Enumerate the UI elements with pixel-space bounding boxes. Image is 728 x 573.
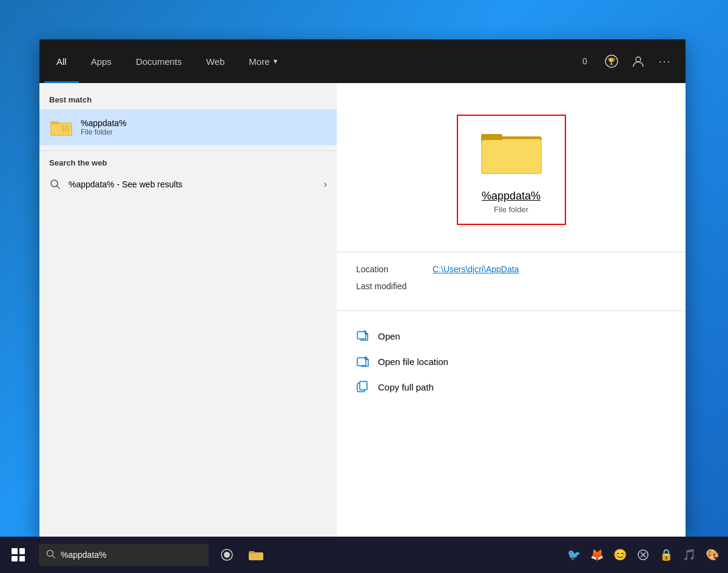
action-open[interactable]: Open	[356, 323, 666, 349]
tray-circle-x-icon[interactable]	[632, 541, 654, 568]
tab-documents[interactable]: Documents	[124, 39, 194, 83]
tray-bird-icon[interactable]: 🐦	[563, 541, 585, 568]
tray-firefox-icon[interactable]: 🦊	[586, 541, 608, 568]
location-value[interactable]: C:\Users\djcri\AppData	[433, 264, 519, 274]
action-open-file-location-label: Open file location	[378, 357, 448, 367]
svg-rect-8	[65, 125, 66, 132]
action-open-file-location[interactable]: Open file location	[356, 349, 666, 374]
tab-apps[interactable]: Apps	[79, 39, 124, 83]
taskbar-search-input[interactable]	[61, 550, 201, 560]
taskbar-center	[214, 541, 269, 568]
best-match-label: Best match	[39, 93, 337, 109]
tab-actions: 0 🏆 ···	[569, 39, 681, 83]
taskbar: 🐦 🦊 😊 🔒 🎵 🎨	[0, 537, 728, 573]
open-file-location-icon	[356, 355, 369, 368]
open-icon	[356, 329, 369, 343]
best-match-title: %appdata%	[81, 118, 127, 128]
location-label: Location	[356, 264, 423, 274]
search-icon	[49, 178, 61, 190]
svg-rect-26	[360, 381, 367, 390]
svg-rect-19	[357, 332, 366, 339]
tray-lock-icon[interactable]: 🔒	[655, 541, 677, 568]
svg-line-28	[53, 555, 55, 558]
web-search-arrow-icon: ›	[324, 179, 327, 190]
tab-web[interactable]: Web	[194, 39, 237, 83]
tray-paint-icon[interactable]: 🎨	[701, 541, 723, 568]
tab-more[interactable]: More ▼	[237, 39, 291, 83]
trophy-icon[interactable]: 🏆	[601, 50, 622, 72]
action-copy-full-path-label: Copy full path	[378, 382, 434, 392]
svg-line-11	[57, 186, 60, 189]
svg-rect-22	[357, 358, 366, 366]
tray-music-icon[interactable]: 🎵	[678, 541, 700, 568]
svg-rect-9	[67, 125, 69, 132]
ellipsis-icon[interactable]: ···	[654, 50, 676, 72]
file-preview: %appdata% File folder	[337, 83, 686, 252]
start-button[interactable]	[0, 537, 36, 573]
file-preview-box: %appdata% File folder	[457, 115, 566, 225]
left-panel: Best match	[39, 83, 337, 537]
taskbar-search-icon	[46, 549, 56, 561]
web-search-text: %appdata% - See web results	[69, 179, 183, 189]
task-view-button[interactable]	[214, 541, 240, 568]
file-actions: Open Open file location	[337, 311, 686, 412]
more-dropdown-icon: ▼	[272, 58, 279, 65]
best-match-subtitle: File folder	[81, 128, 127, 136]
web-section-label: Search the web	[39, 156, 337, 172]
svg-rect-18	[482, 140, 541, 173]
file-type: File folder	[494, 205, 528, 214]
tray-face-icon[interactable]: 😊	[609, 541, 631, 568]
action-open-label: Open	[378, 331, 400, 341]
file-name[interactable]: %appdata%	[482, 190, 541, 203]
tab-spacer	[291, 39, 569, 83]
search-tabs: All Apps Documents Web More ▼ 0	[39, 39, 686, 83]
location-row: Location C:\Users\djcri\AppData	[356, 264, 666, 274]
right-panel: %appdata% File folder Location C:\Users\…	[337, 83, 686, 537]
best-match-item[interactable]: %appdata% File folder	[39, 109, 337, 146]
svg-rect-6	[50, 121, 59, 124]
svg-point-30	[224, 552, 230, 558]
folder-icon-large	[481, 126, 542, 180]
web-search-item[interactable]: %appdata% - See web results ›	[39, 172, 337, 196]
file-explorer-button[interactable]	[243, 541, 269, 568]
last-modified-row: Last modified	[356, 281, 666, 291]
folder-icon-small	[49, 115, 73, 139]
person-icon[interactable]	[627, 50, 649, 72]
last-modified-label: Last modified	[356, 281, 423, 291]
tab-all[interactable]: All	[44, 39, 79, 83]
best-match-text: %appdata% File folder	[81, 118, 127, 136]
search-content: Best match	[39, 83, 686, 537]
svg-rect-32	[249, 551, 255, 554]
svg-text:🏆: 🏆	[607, 57, 616, 65]
taskbar-search-box[interactable]	[39, 544, 209, 566]
copy-icon	[356, 380, 369, 394]
file-details: Location C:\Users\djcri\AppData Last mod…	[337, 252, 686, 311]
svg-rect-7	[62, 125, 64, 132]
badge-count: 0	[574, 50, 596, 72]
action-copy-full-path[interactable]: Copy full path	[356, 374, 666, 400]
taskbar-tray: 🐦 🦊 😊 🔒 🎵 🎨	[563, 541, 728, 568]
desktop: All Apps Documents Web More ▼ 0	[0, 0, 728, 573]
svg-point-2	[636, 57, 641, 62]
windows-logo-icon	[12, 548, 25, 561]
divider-1	[39, 150, 337, 151]
search-window: All Apps Documents Web More ▼ 0	[39, 39, 686, 537]
